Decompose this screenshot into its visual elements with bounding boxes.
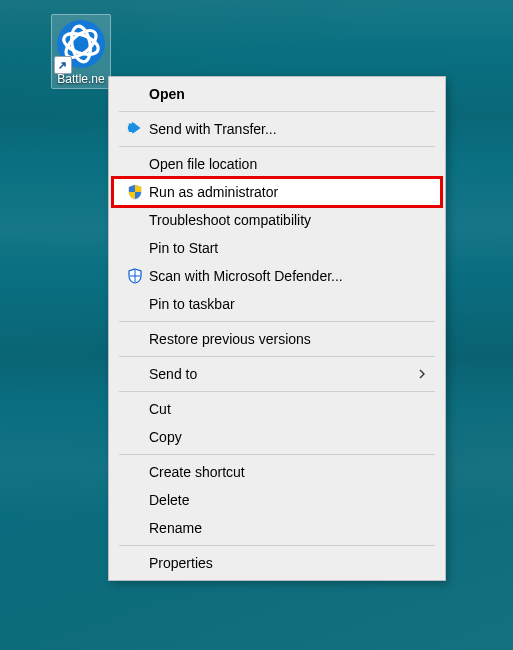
menu-item-pin-to-taskbar[interactable]: Pin to taskbar [113,290,441,318]
menu-label: Pin to Start [149,240,427,256]
menu-item-properties[interactable]: Properties [113,549,441,577]
menu-label: Open file location [149,156,427,172]
menu-label: Send to [149,366,417,382]
menu-label: Run as administrator [149,184,427,200]
menu-item-copy[interactable]: Copy [113,423,441,451]
menu-label: Create shortcut [149,464,427,480]
menu-label: Delete [149,492,427,508]
menu-separator [119,111,435,112]
menu-separator [119,321,435,322]
menu-item-run-as-administrator[interactable]: Run as administrator [113,178,441,206]
transfer-icon [127,121,143,137]
menu-item-send-to[interactable]: Send to [113,360,441,388]
battlenet-icon [56,56,106,72]
menu-label: Troubleshoot compatibility [149,212,427,228]
menu-label: Restore previous versions [149,331,427,347]
defender-shield-icon [127,268,143,284]
menu-separator [119,545,435,546]
menu-item-create-shortcut[interactable]: Create shortcut [113,458,441,486]
submenu-arrow-icon [417,366,427,382]
menu-label: Scan with Microsoft Defender... [149,268,427,284]
menu-item-send-with-transfer[interactable]: Send with Transfer... [113,115,441,143]
menu-item-rename[interactable]: Rename [113,514,441,542]
menu-label: Cut [149,401,427,417]
menu-separator [119,454,435,455]
menu-label: Rename [149,520,427,536]
menu-item-pin-to-start[interactable]: Pin to Start [113,234,441,262]
menu-separator [119,146,435,147]
menu-item-scan-defender[interactable]: Scan with Microsoft Defender... [113,262,441,290]
menu-item-restore-previous-versions[interactable]: Restore previous versions [113,325,441,353]
menu-label: Send with Transfer... [149,121,427,137]
menu-label: Copy [149,429,427,445]
menu-item-open[interactable]: Open [113,80,441,108]
menu-separator [119,391,435,392]
uac-shield-icon [127,184,143,200]
desktop-background: Battle.ne Open Send with Transfer... [0,0,513,650]
menu-item-delete[interactable]: Delete [113,486,441,514]
context-menu: Open Send with Transfer... Open file loc… [108,76,446,581]
menu-item-troubleshoot-compatibility[interactable]: Troubleshoot compatibility [113,206,441,234]
menu-label: Pin to taskbar [149,296,427,312]
shortcut-arrow-icon [54,56,72,74]
menu-separator [119,356,435,357]
menu-item-cut[interactable]: Cut [113,395,441,423]
menu-label: Open [149,86,427,102]
menu-item-open-file-location[interactable]: Open file location [113,150,441,178]
shortcut-label: Battle.ne [56,72,106,86]
menu-label: Properties [149,555,427,571]
